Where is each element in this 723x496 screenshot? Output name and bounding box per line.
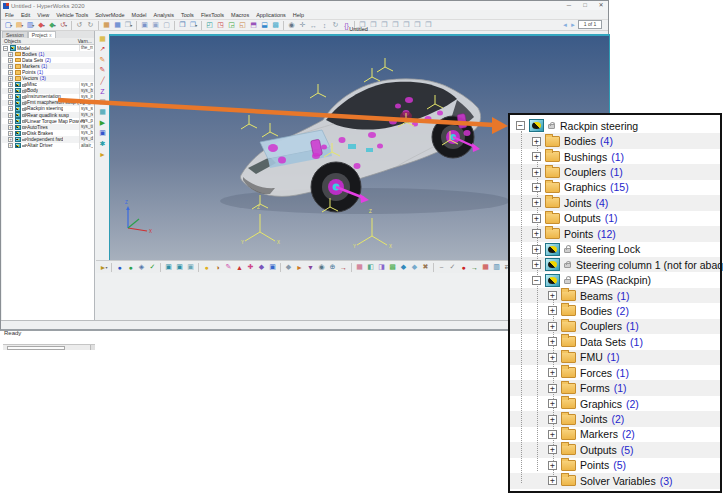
open-model-icon[interactable]: ▤▾ [15, 20, 25, 30]
run-solver-icon[interactable]: → [470, 262, 480, 272]
overlay-tree-row[interactable]: + Bodies (2) [510, 303, 720, 318]
overlay-tree-row[interactable]: + Bushings (1) [510, 149, 720, 164]
expand-toggle[interactable]: + [548, 399, 557, 408]
expand-toggle[interactable]: + [8, 88, 13, 93]
point-icon[interactable]: ● [202, 262, 212, 272]
expand-toggle[interactable]: + [8, 113, 13, 118]
expand-toggle[interactable]: + [548, 306, 557, 315]
menu-item[interactable]: Applications [256, 12, 286, 18]
template-icon[interactable]: ◨ [377, 262, 387, 272]
menu-item[interactable]: Vehicle Tools [56, 12, 88, 18]
menu-item[interactable]: File [5, 12, 14, 18]
overlay-tree-row[interactable]: + Joints (4) [510, 195, 720, 210]
forward-icon[interactable]: ► [98, 150, 107, 159]
overlay-tree-row[interactable]: + Forces (1) [510, 365, 720, 380]
expand-toggle[interactable]: + [548, 353, 557, 362]
overlay-tree-row[interactable]: + FMU (1) [510, 350, 720, 365]
expand-toggle[interactable]: + [532, 168, 541, 177]
line-icon[interactable]: ╱ [98, 76, 107, 85]
overlay-tree-row[interactable]: + Bodies (4) [510, 133, 720, 148]
expand-toggle[interactable]: + [548, 291, 557, 300]
expand-toggle[interactable]: + [532, 137, 541, 146]
redo-icon[interactable]: ↻ [86, 20, 96, 30]
expand-toggle[interactable]: + [8, 131, 13, 136]
pick-cursor-icon[interactable]: ◈ [137, 262, 147, 272]
graphic-icon[interactable]: ▩ [388, 262, 398, 272]
overlay-tree-row[interactable]: + Markers (2) [510, 427, 720, 442]
overlay-tree-row[interactable]: + Joints (2) [510, 411, 720, 426]
expand-toggle[interactable]: + [8, 100, 13, 105]
overlay-tree-row[interactable]: + Steering column 1 (not for abaqus) [510, 257, 720, 272]
overlay-tree-row[interactable]: + Points (5) [510, 458, 720, 473]
expand-toggle[interactable]: + [8, 82, 13, 87]
curve-icon[interactable]: Z [98, 87, 107, 96]
expand-toggle[interactable]: + [548, 461, 557, 470]
overlay-tree-row[interactable]: + Couplers (1) [510, 319, 720, 334]
expand-toggle[interactable]: + [548, 384, 557, 393]
cvjoint-icon[interactable]: ⊕ [328, 262, 338, 272]
panel-icon[interactable]: ▣ [98, 129, 107, 138]
horizontal-scrollbar[interactable] [3, 344, 95, 350]
expand-toggle[interactable]: + [548, 445, 557, 454]
expand-toggle[interactable]: + [548, 476, 557, 485]
expand-toggle[interactable]: + [532, 214, 541, 223]
measure-icon[interactable]: ↗ [98, 45, 107, 54]
save-icon[interactable]: ▥▾ [26, 20, 36, 30]
expand-toggle[interactable]: + [532, 152, 541, 161]
close-button[interactable]: ✕ [596, 1, 606, 10]
tree-row[interactable]: + Altair Driver altair_ [2, 143, 94, 149]
view-side-icon[interactable]: ▣ [175, 262, 185, 272]
minimize-button[interactable]: ─ [564, 1, 574, 10]
list-icon[interactable]: ▤ [98, 97, 107, 106]
overlay-tree-row[interactable]: − EPAS (Rackpin) [510, 272, 720, 287]
menu-item[interactable]: View [37, 12, 49, 18]
menu-item[interactable]: Tools [181, 12, 194, 18]
expand-toggle[interactable]: + [548, 430, 557, 439]
scrollbar-end-button[interactable] [90, 345, 95, 350]
overlay-tree-row[interactable]: + Graphics (2) [510, 396, 720, 411]
expand-toggle[interactable]: + [8, 137, 13, 142]
menu-item[interactable]: Analysis [154, 12, 174, 18]
expand-toggle[interactable]: + [8, 70, 13, 75]
play-icon[interactable]: ▶ [98, 118, 107, 127]
scrollbar-thumb[interactable] [7, 346, 65, 350]
expand-toggle[interactable]: + [8, 76, 13, 81]
expand-toggle[interactable]: + [532, 198, 541, 207]
undo-icon[interactable]: ↺ [75, 20, 85, 30]
expand-toggle[interactable]: + [548, 368, 557, 377]
expand-toggle[interactable]: + [8, 143, 13, 148]
menu-item[interactable]: Help [293, 12, 304, 18]
overlay-tree-row[interactable]: + Points (12) [510, 226, 720, 241]
expand-toggle[interactable]: + [532, 260, 541, 269]
tab-session[interactable]: Session [2, 31, 28, 38]
menu-item[interactable]: Macros [231, 12, 249, 18]
import-icon[interactable]: ◆▾ [37, 20, 47, 30]
overlay-tree-row[interactable]: + Data Sets (1) [510, 334, 720, 349]
expand-toggle[interactable]: − [516, 121, 525, 130]
menu-item[interactable]: FlexTools [201, 12, 224, 18]
expand-toggle[interactable]: + [548, 337, 557, 346]
note-icon[interactable]: ✎ [98, 55, 107, 64]
sketch-icon[interactable]: ▦ [98, 34, 107, 43]
gear-entity-icon[interactable]: ▼ [306, 262, 316, 272]
view-front-icon[interactable]: ▣ [164, 262, 174, 272]
expand-toggle[interactable]: + [8, 119, 13, 124]
pencil-icon[interactable]: ✎ [98, 66, 107, 75]
expand-toggle[interactable]: + [532, 245, 541, 254]
expand-toggle[interactable]: − [3, 46, 8, 51]
curve-output-icon[interactable]: ~ [437, 262, 447, 272]
globe-green-icon[interactable]: ● [126, 262, 136, 272]
overlay-tree-row[interactable]: + Couplers (1) [510, 164, 720, 179]
overlay-tree-row[interactable]: + Beams (1) [510, 288, 720, 303]
form-icon[interactable]: ◧ [366, 262, 376, 272]
record-icon[interactable]: ● [459, 262, 469, 272]
menu-item[interactable]: SolverMode [95, 12, 124, 18]
expand-toggle[interactable]: + [548, 322, 557, 331]
overlay-tree-row[interactable]: − Rackpin steering [510, 118, 720, 133]
overlay-tree-row[interactable]: + Steering Lock [510, 242, 720, 257]
tab-project[interactable]: Projectx [28, 31, 56, 38]
expand-toggle[interactable]: + [8, 52, 13, 57]
dataset-icon[interactable]: ▦ [355, 262, 365, 272]
contact-icon[interactable]: ◉ [317, 262, 327, 272]
new-session-icon[interactable]: ▢▾ [4, 20, 14, 30]
